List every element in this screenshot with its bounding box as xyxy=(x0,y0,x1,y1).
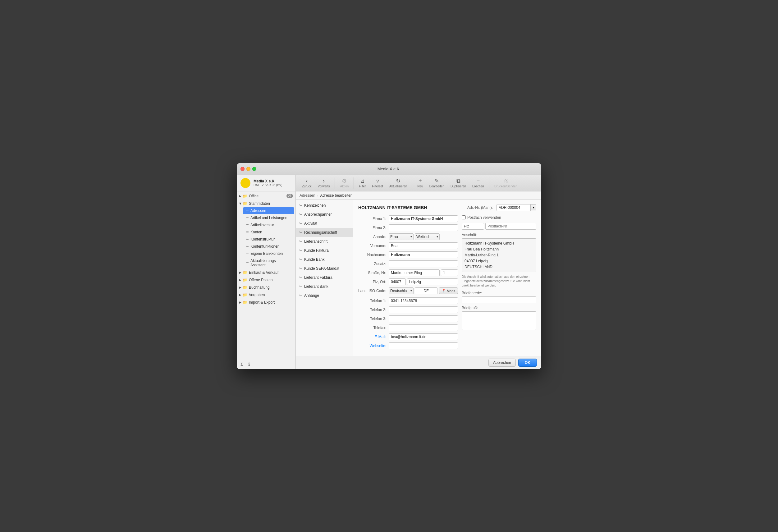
sigma-button[interactable]: Σ xyxy=(239,361,244,367)
briefanrede-input[interactable] xyxy=(462,296,536,303)
anschrift-note: Die Anschrift wird automatisch aus den e… xyxy=(462,275,536,288)
print-button[interactable]: 🖨 Drucken/Senden xyxy=(492,177,520,189)
maximize-button[interactable] xyxy=(252,167,256,171)
back-button[interactable]: ‹ Zurück xyxy=(300,177,314,189)
new-button[interactable]: + Neu xyxy=(415,177,425,189)
anrede-row: Anrede: Frau Herr Firma xyxy=(358,233,458,240)
folder-icon: 📁 xyxy=(243,270,247,275)
adr-nr-input-group: ▾ xyxy=(496,204,536,211)
telefon2-input[interactable] xyxy=(389,306,458,313)
filter-label: Filter xyxy=(359,184,366,188)
anschrift-line4: 04007 Leipzig xyxy=(465,258,534,264)
sidebar-item-einkauf[interactable]: ▶ 📁 Einkauf & Verkauf xyxy=(237,269,296,276)
sidebar-item-artikelinventur[interactable]: ≔ Artikelinventur xyxy=(243,222,294,228)
vorname-input[interactable] xyxy=(389,242,458,249)
postfach-row: Postfach verwenden xyxy=(462,215,536,220)
new-label: Neu xyxy=(417,184,423,188)
briefanrede-label: Briefanrede: xyxy=(462,291,536,295)
duplicate-button[interactable]: ⧉ Duplizieren xyxy=(448,177,469,189)
minimize-button[interactable] xyxy=(246,167,250,171)
menu-item-kunde-sepa[interactable]: ≔ Kunde SEPA-Mandat xyxy=(296,264,353,273)
form-left-col: Firma 1: Firma 2: Anrede: xyxy=(358,215,458,352)
website-label[interactable]: Webseite: xyxy=(358,344,386,348)
filterset-button[interactable]: ▿ Filterset xyxy=(370,177,386,189)
strasse-input[interactable] xyxy=(389,270,440,276)
expand-arrow-icon: ▶ xyxy=(239,286,241,289)
sidebar-item-offene[interactable]: ▶ 📁 Offene Posten xyxy=(237,277,296,283)
ok-button[interactable]: OK xyxy=(518,359,537,367)
update-button[interactable]: ↻ Aktualisieren xyxy=(387,177,409,189)
sidebar-item-artikel[interactable]: ≔ Artikel und Leistungen xyxy=(243,214,294,221)
sidebar-item-stammdaten[interactable]: ▶ 📁 Stammdaten xyxy=(237,200,296,207)
menu-item-kunde-faktura[interactable]: ≔ Kunde Faktura xyxy=(296,246,353,255)
firma1-input[interactable] xyxy=(389,215,458,222)
sidebar-item-bankkonten[interactable]: ≔ Eigene Bankkonten xyxy=(243,250,294,257)
filter-button[interactable]: ⊿ Filter xyxy=(357,177,368,189)
menu-item-ansprechpartner[interactable]: ≔ Ansprechpartner xyxy=(296,210,353,219)
ort-input[interactable] xyxy=(407,279,458,285)
telefax-input[interactable] xyxy=(389,324,458,331)
sidebar-label-kontenfunktionen: Kontenfunktionen xyxy=(250,244,279,249)
menu-item-kennzeichen[interactable]: ≔ Kennzeichen xyxy=(296,201,353,210)
close-button[interactable] xyxy=(240,167,244,171)
sidebar-item-vorgaben[interactable]: ▶ 📁 Vorgaben xyxy=(237,292,296,298)
maps-button[interactable]: 📍 Maps xyxy=(439,288,458,294)
list-icon: ≔ xyxy=(245,209,249,213)
email-label[interactable]: E-Mail: xyxy=(358,335,386,339)
sidebar-item-kontenfunktionen[interactable]: ≔ Kontenfunktionen xyxy=(243,243,294,250)
menu-label-rechnungsanschrift: Rechnungsanschrift xyxy=(304,230,337,235)
iso-input[interactable] xyxy=(415,288,438,294)
menu-item-lieferanschrift[interactable]: ≔ Lieferanschrift xyxy=(296,237,353,246)
list-icon: ≔ xyxy=(299,212,302,216)
postfach-plz-input[interactable] xyxy=(462,223,484,230)
adr-nr-dropdown-button[interactable]: ▾ xyxy=(531,205,536,210)
adr-nr-label: Adr.-Nr. (Man.): xyxy=(467,206,493,210)
menu-item-rechnungsanschrift[interactable]: ≔ Rechnungsanschrift xyxy=(296,228,353,237)
sidebar-label-offene: Offene Posten xyxy=(249,278,293,282)
telefon3-input[interactable] xyxy=(389,315,458,322)
postfach-checkbox[interactable] xyxy=(462,215,466,219)
breadcrumb-parent[interactable]: Adressen xyxy=(300,193,315,198)
sidebar-item-office[interactable]: ▶ 📁 Office 21 xyxy=(237,193,296,200)
sidebar-label-buchhaltung: Buchhaltung xyxy=(249,285,293,290)
sidebar-item-kontenstruktur[interactable]: ≔ Kontenstruktur xyxy=(243,236,294,243)
delete-button[interactable]: − Löschen xyxy=(470,177,486,189)
left-panel: ≔ Kennzeichen ≔ Ansprechpartner ≔ Aktivi… xyxy=(296,200,353,356)
sidebar-item-buchhaltung[interactable]: ▶ 📁 Buchhaltung xyxy=(237,284,296,291)
land-select[interactable]: Deutschland xyxy=(389,288,413,294)
postfach-fields xyxy=(462,223,536,230)
postfach-checkbox-label[interactable]: Postfach verwenden xyxy=(462,215,501,220)
nav-group-vorgaben: ▶ 📁 Vorgaben xyxy=(237,292,296,298)
info-button[interactable]: ℹ xyxy=(247,361,251,367)
sidebar-item-assistent[interactable]: ≔ Aktualisierungs-Assistent xyxy=(243,257,294,269)
strasse-nr-input[interactable] xyxy=(441,270,458,276)
firma2-input[interactable] xyxy=(389,224,458,231)
nachname-input[interactable] xyxy=(389,251,458,258)
nachname-label: Nachname: xyxy=(358,253,386,257)
list-icon: ≔ xyxy=(299,221,302,225)
adr-nr-input[interactable] xyxy=(496,204,531,211)
menu-item-anhaenge[interactable]: ≔ Anhänge xyxy=(296,291,353,300)
menu-item-lieferant-faktura[interactable]: ≔ Lieferant Faktura xyxy=(296,273,353,282)
geschlecht-select[interactable]: Weiblich Männlich Divers xyxy=(415,233,440,240)
anrede-select[interactable]: Frau Herr Firma xyxy=(389,233,413,240)
action-button[interactable]: ⚙ Aktion xyxy=(337,177,351,189)
menu-item-aktivitaet[interactable]: ≔ Aktivität xyxy=(296,219,353,228)
briefgruss-input[interactable] xyxy=(462,311,536,330)
menu-item-lieferant-bank[interactable]: ≔ Lieferant Bank xyxy=(296,282,353,291)
website-input[interactable] xyxy=(389,343,458,349)
telefon1-input[interactable] xyxy=(389,297,458,304)
postfach-nr-input[interactable] xyxy=(485,223,536,230)
sidebar-item-import[interactable]: ▶ 📁 Import & Export xyxy=(237,299,296,306)
cancel-button[interactable]: Abbrechen xyxy=(488,359,516,367)
edit-button[interactable]: ✎ Bearbeiten xyxy=(427,177,447,189)
plz-input[interactable] xyxy=(389,279,406,285)
forward-button[interactable]: › Vorwärts xyxy=(315,177,332,189)
zusatz-input[interactable] xyxy=(389,260,458,267)
email-input[interactable] xyxy=(389,333,458,340)
sidebar-item-konten[interactable]: ≔ Konten xyxy=(243,229,294,236)
email-row: E-Mail: xyxy=(358,333,458,340)
menu-item-kunde-bank[interactable]: ≔ Kunde Bank xyxy=(296,255,353,264)
sidebar-item-adressen[interactable]: ≔ Adressen xyxy=(243,207,294,214)
land-input-row: Deutschland 📍 Maps xyxy=(389,288,458,294)
